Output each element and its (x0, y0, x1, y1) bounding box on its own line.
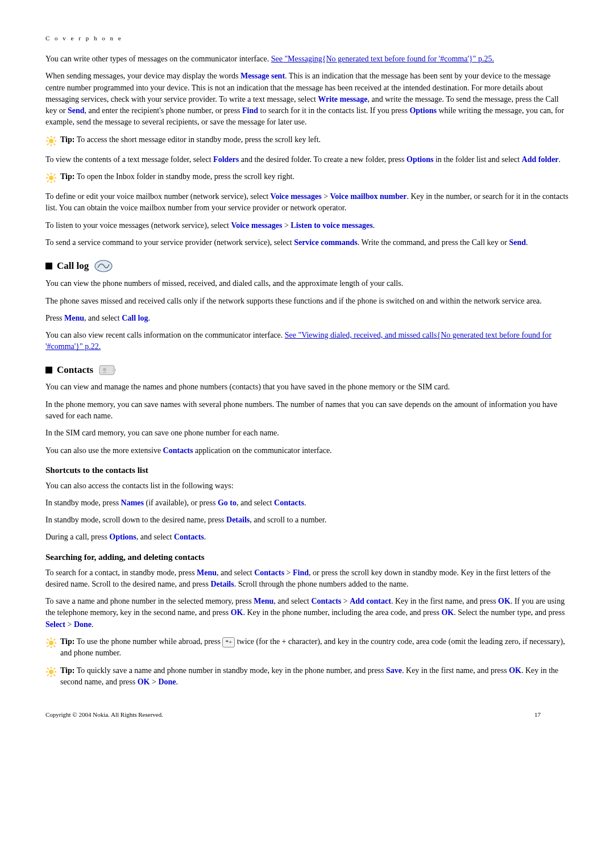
tip-row-1: Tip: To access the short message editor … (45, 134, 569, 148)
svg-line-36 (47, 668, 49, 670)
ui-label-ok: OK (138, 678, 150, 686)
folders-paragraph: To view the contents of a text message f… (45, 154, 569, 165)
ui-label-send: Send (68, 106, 85, 115)
service-commands-paragraph: To send a service command to your servic… (45, 237, 569, 248)
tip-label: Tip: (60, 172, 74, 181)
ui-label-find: Find (293, 568, 309, 577)
ui-label-add-contact: Add contact (350, 597, 391, 605)
ui-label-contacts: Contacts (311, 597, 341, 605)
svg-line-37 (54, 674, 56, 676)
ui-label-menu: Menu (197, 568, 217, 577)
svg-line-28 (54, 645, 56, 647)
ui-label-voice-messages: Voice messages (271, 192, 322, 201)
ui-label-ok: OK (509, 666, 521, 675)
svg-line-15 (54, 181, 56, 182)
contacts-p3: In the SIM card memory, you can save one… (45, 427, 569, 439)
text: , and select (217, 568, 254, 577)
text: When sending messages, your device may d… (45, 72, 240, 80)
ui-label-service-commands: Service commands (294, 238, 358, 247)
ui-label-message-sent: Message sent (240, 72, 285, 80)
ui-label-voice-messages: Voice messages (231, 221, 282, 230)
svg-line-8 (54, 137, 56, 139)
text: , and select (273, 597, 311, 605)
message-sent-paragraph: When sending messages, your device may d… (45, 70, 569, 128)
page-footer: Copyright © 2004 Nokia. All Rights Reser… (45, 711, 569, 720)
voice-mailbox-paragraph: To define or edit your voice mailbox num… (45, 191, 569, 214)
svg-point-21 (113, 368, 116, 372)
svg-line-38 (47, 674, 49, 676)
text: . (373, 221, 375, 230)
text: . Select the number type, and press (454, 608, 565, 617)
text: . Write the command, and press the Call … (358, 238, 509, 247)
svg-rect-19 (99, 366, 114, 375)
text: (if available), or press (144, 499, 218, 507)
text: You can write other types of messages on… (45, 55, 271, 63)
tip-text: Tip: To quickly save a name and phone nu… (60, 665, 569, 688)
svg-line-39 (54, 668, 56, 670)
copyright: Copyright © 2004 Nokia. All Rights Reser… (45, 711, 534, 720)
text: . Key in the phone number, including the… (243, 608, 441, 617)
call-log-p4: You can also view recent calls informati… (45, 330, 569, 353)
text: You can also view recent calls informati… (45, 331, 285, 339)
ui-label-contacts: Contacts (163, 446, 193, 455)
bullet-icon (45, 263, 52, 269)
svg-point-31 (49, 670, 53, 674)
text: To access the short message editor in st… (74, 135, 321, 144)
ui-label-contacts: Contacts (274, 499, 304, 507)
contacts-p2: In the phone memory, you can save names … (45, 399, 569, 422)
ui-label-menu: Menu (254, 597, 273, 605)
svg-line-16 (47, 181, 49, 182)
tip-label: Tip: (60, 666, 74, 675)
shortcuts-p1: You can also access the contacts list in… (45, 480, 569, 492)
text: . (148, 314, 150, 322)
ui-label-contacts: Contacts (174, 533, 204, 541)
section-contacts: Contacts (45, 363, 569, 377)
section-title: Contacts (57, 363, 93, 377)
running-header: C o v e r p h o n e (45, 34, 569, 43)
text: . Key in the first name, and press (402, 666, 509, 675)
call-log-p3: Press Menu, and select Call log. (45, 313, 569, 324)
ui-label-names: Names (121, 499, 144, 507)
section-title: Call log (57, 259, 89, 273)
tip-text: Tip: To access the short message editor … (60, 134, 569, 146)
subhead-shortcuts: Shortcuts to the contacts list (45, 464, 569, 477)
text: > (65, 620, 74, 629)
svg-line-14 (47, 174, 49, 176)
ui-label-add-folder: Add folder (522, 155, 559, 164)
text: . (526, 238, 528, 247)
text: > (322, 192, 330, 201)
intro-paragraph: You can write other types of messages on… (45, 53, 569, 65)
svg-point-18 (95, 260, 112, 272)
ui-label-find: Find (242, 106, 258, 115)
ui-label-send: Send (509, 238, 526, 247)
ui-label-done: Done (158, 678, 176, 686)
ui-label-details: Details (210, 580, 234, 588)
tip-label: Tip: (60, 135, 74, 144)
tip-icon (45, 636, 60, 650)
messaging-link[interactable]: See "Messaging{No generated text before … (271, 55, 494, 63)
tip-icon (45, 171, 60, 185)
ui-label-contacts: Contacts (254, 568, 284, 577)
text: During a call, press (45, 533, 109, 541)
tip-row-2: Tip: To open the Inbox folder in standby… (45, 171, 569, 185)
ui-label-go-to: Go to (218, 499, 237, 507)
text: . (559, 155, 561, 164)
text: To view the contents of a text message f… (45, 155, 213, 164)
svg-line-27 (47, 639, 49, 641)
ui-label-ok: OK (498, 597, 511, 605)
text: To use the phone number while abroad, pr… (74, 637, 222, 646)
svg-line-30 (54, 639, 56, 641)
text: In standby mode, scroll down to the desi… (45, 516, 226, 524)
star-key-icon: *+ (222, 637, 235, 647)
ui-label-menu: Menu (64, 314, 84, 322)
text: Press (45, 314, 64, 322)
ui-label-write-message: Write message (318, 95, 367, 103)
svg-line-29 (47, 645, 49, 647)
text: > (282, 221, 291, 230)
shortcuts-p2: In standby mode, press Names (if availab… (45, 497, 569, 509)
section-call-log: Call log (45, 259, 569, 273)
ui-label-listen-voice-messages: Listen to voice messages (291, 221, 372, 230)
text: > (341, 597, 350, 605)
ui-label-details: Details (226, 516, 250, 524)
text: In standby mode, press (45, 499, 121, 507)
